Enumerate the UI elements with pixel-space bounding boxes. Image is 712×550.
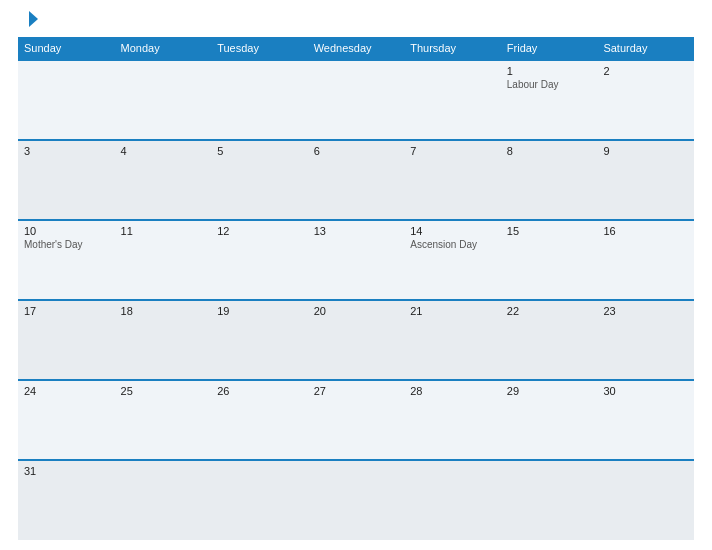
day-number: 20 — [314, 305, 399, 317]
week-row-1: 1Labour Day2 — [18, 60, 694, 140]
calendar-cell — [308, 60, 405, 140]
day-header-tuesday: Tuesday — [211, 37, 308, 60]
day-number: 22 — [507, 305, 592, 317]
calendar-cell: 23 — [597, 300, 694, 380]
day-number: 10 — [24, 225, 109, 237]
day-number: 30 — [603, 385, 688, 397]
calendar-cell: 1Labour Day — [501, 60, 598, 140]
day-number: 29 — [507, 385, 592, 397]
day-header-saturday: Saturday — [597, 37, 694, 60]
holiday-label: Mother's Day — [24, 239, 109, 250]
calendar-cell: 24 — [18, 380, 115, 460]
calendar-cell: 25 — [115, 380, 212, 460]
week-row-4: 17181920212223 — [18, 300, 694, 380]
day-number: 12 — [217, 225, 302, 237]
calendar-cell: 26 — [211, 380, 308, 460]
calendar-cell: 20 — [308, 300, 405, 380]
day-number: 6 — [314, 145, 399, 157]
calendar-cell: 30 — [597, 380, 694, 460]
calendar-cell — [404, 60, 501, 140]
day-number: 8 — [507, 145, 592, 157]
day-number: 15 — [507, 225, 592, 237]
day-number: 21 — [410, 305, 495, 317]
calendar-cell — [211, 60, 308, 140]
day-number: 5 — [217, 145, 302, 157]
calendar-cell: 7 — [404, 140, 501, 220]
day-number: 13 — [314, 225, 399, 237]
day-header-wednesday: Wednesday — [308, 37, 405, 60]
calendar-cell: 9 — [597, 140, 694, 220]
day-number: 27 — [314, 385, 399, 397]
calendar-cell — [308, 460, 405, 540]
week-row-2: 3456789 — [18, 140, 694, 220]
day-number: 18 — [121, 305, 206, 317]
calendar-cell: 11 — [115, 220, 212, 300]
logo — [18, 10, 38, 29]
calendar-table: SundayMondayTuesdayWednesdayThursdayFrid… — [18, 37, 694, 540]
calendar-cell: 3 — [18, 140, 115, 220]
day-header-thursday: Thursday — [404, 37, 501, 60]
calendar-cell — [115, 60, 212, 140]
calendar-cell: 22 — [501, 300, 598, 380]
calendar-cell: 19 — [211, 300, 308, 380]
holiday-label: Labour Day — [507, 79, 592, 90]
calendar-cell: 29 — [501, 380, 598, 460]
calendar-cell: 27 — [308, 380, 405, 460]
calendar-cell: 16 — [597, 220, 694, 300]
calendar-cell: 6 — [308, 140, 405, 220]
day-number: 19 — [217, 305, 302, 317]
day-header-friday: Friday — [501, 37, 598, 60]
calendar-cell: 10Mother's Day — [18, 220, 115, 300]
week-row-6: 31 — [18, 460, 694, 540]
calendar-cell — [18, 60, 115, 140]
day-number: 24 — [24, 385, 109, 397]
svg-marker-0 — [29, 11, 38, 27]
day-number: 31 — [24, 465, 109, 477]
calendar-cell: 28 — [404, 380, 501, 460]
calendar-cell — [115, 460, 212, 540]
day-number: 17 — [24, 305, 109, 317]
day-number: 4 — [121, 145, 206, 157]
calendar-cell — [211, 460, 308, 540]
day-number: 26 — [217, 385, 302, 397]
calendar-cell: 8 — [501, 140, 598, 220]
day-number: 14 — [410, 225, 495, 237]
calendar-cell: 13 — [308, 220, 405, 300]
day-number: 25 — [121, 385, 206, 397]
calendar-cell — [501, 460, 598, 540]
calendar-cell — [404, 460, 501, 540]
calendar-cell: 12 — [211, 220, 308, 300]
day-header-sunday: Sunday — [18, 37, 115, 60]
calendar-page: SundayMondayTuesdayWednesdayThursdayFrid… — [0, 0, 712, 550]
calendar-cell: 15 — [501, 220, 598, 300]
day-number: 7 — [410, 145, 495, 157]
week-row-3: 10Mother's Day11121314Ascension Day1516 — [18, 220, 694, 300]
week-row-5: 24252627282930 — [18, 380, 694, 460]
day-number: 9 — [603, 145, 688, 157]
calendar-cell: 31 — [18, 460, 115, 540]
calendar-cell: 2 — [597, 60, 694, 140]
day-number: 1 — [507, 65, 592, 77]
day-header-monday: Monday — [115, 37, 212, 60]
day-number: 16 — [603, 225, 688, 237]
day-number: 23 — [603, 305, 688, 317]
calendar-cell: 5 — [211, 140, 308, 220]
day-number: 28 — [410, 385, 495, 397]
calendar-cell: 17 — [18, 300, 115, 380]
calendar-cell: 18 — [115, 300, 212, 380]
days-header-row: SundayMondayTuesdayWednesdayThursdayFrid… — [18, 37, 694, 60]
day-number: 2 — [603, 65, 688, 77]
logo-flag-icon — [20, 10, 38, 28]
calendar-cell: 21 — [404, 300, 501, 380]
calendar-cell — [597, 460, 694, 540]
day-number: 11 — [121, 225, 206, 237]
header — [18, 10, 694, 29]
calendar-cell: 14Ascension Day — [404, 220, 501, 300]
calendar-cell: 4 — [115, 140, 212, 220]
holiday-label: Ascension Day — [410, 239, 495, 250]
day-number: 3 — [24, 145, 109, 157]
